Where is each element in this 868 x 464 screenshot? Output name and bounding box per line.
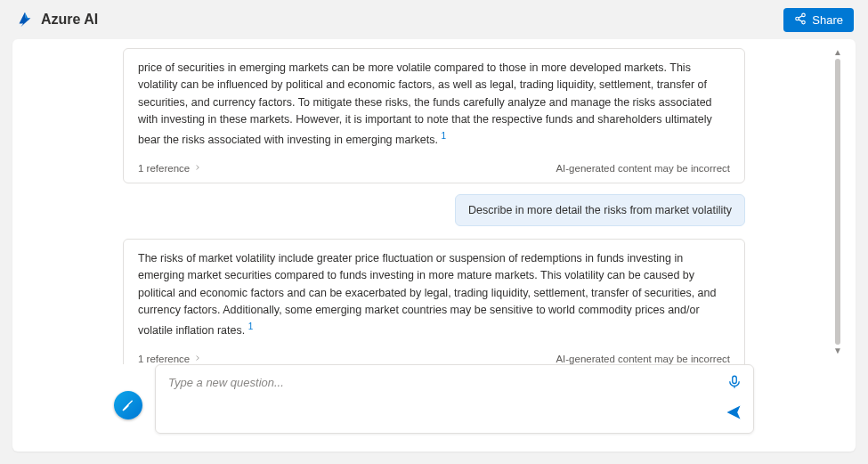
clear-chat-button[interactable] [114, 391, 142, 419]
chevron-right-icon [193, 163, 202, 174]
reference-label: 1 reference [138, 163, 190, 174]
svg-line-3 [799, 15, 802, 17]
question-input[interactable] [156, 365, 700, 400]
ai-message-text: The risks of market volatility include g… [138, 250, 730, 339]
share-label: Share [812, 13, 843, 27]
send-button[interactable] [725, 403, 742, 424]
chevron-right-icon [193, 354, 202, 364]
messages-area: price of securities in emerging markets … [12, 39, 856, 364]
share-icon [794, 12, 807, 28]
user-message: Describe in more detail the risks from m… [455, 194, 745, 226]
ai-disclaimer: AI-generated content may be incorrect [556, 163, 730, 174]
ai-message-footer: 1 reference AI-generated content may be … [138, 163, 730, 174]
share-button[interactable]: Share [783, 8, 854, 32]
svg-point-1 [796, 17, 799, 20]
microphone-icon [726, 374, 742, 390]
chat-panel: price of securities in emerging markets … [12, 39, 856, 452]
ai-disclaimer: AI-generated content may be incorrect [556, 354, 730, 364]
ai-text-body: The risks of market volatility include g… [138, 252, 716, 337]
citation-marker[interactable]: 1 [441, 131, 446, 141]
azure-logo-icon [14, 10, 34, 29]
ai-message: The risks of market volatility include g… [123, 239, 745, 364]
citation-marker[interactable]: 1 [248, 322, 254, 331]
scrollbar[interactable]: ▲ ▼ [834, 48, 841, 355]
question-input-box [155, 364, 754, 434]
svg-point-2 [802, 20, 806, 24]
ai-message-text: price of securities in emerging markets … [138, 60, 730, 149]
send-icon [725, 403, 742, 421]
svg-line-4 [799, 19, 802, 20]
reference-label: 1 reference [138, 354, 190, 364]
broom-icon [121, 398, 135, 412]
ai-message-footer: 1 reference AI-generated content may be … [138, 354, 730, 364]
svg-rect-5 [733, 376, 737, 383]
input-area [12, 364, 856, 452]
app-header: Azure AI Share [0, 0, 868, 39]
ai-message: price of securities in emerging markets … [123, 48, 745, 183]
app-title: Azure AI [41, 12, 98, 28]
user-message-row: Describe in more detail the risks from m… [123, 194, 745, 226]
scroll-down-icon[interactable]: ▼ [833, 346, 842, 355]
reference-toggle[interactable]: 1 reference [138, 163, 202, 174]
microphone-button[interactable] [726, 374, 742, 393]
ai-text-body: price of securities in emerging markets … [138, 61, 712, 146]
header-left: Azure AI [14, 10, 98, 29]
scroll-thumb[interactable] [835, 59, 840, 345]
svg-point-0 [802, 13, 806, 16]
reference-toggle[interactable]: 1 reference [138, 354, 202, 364]
scroll-up-icon[interactable]: ▲ [833, 48, 842, 57]
